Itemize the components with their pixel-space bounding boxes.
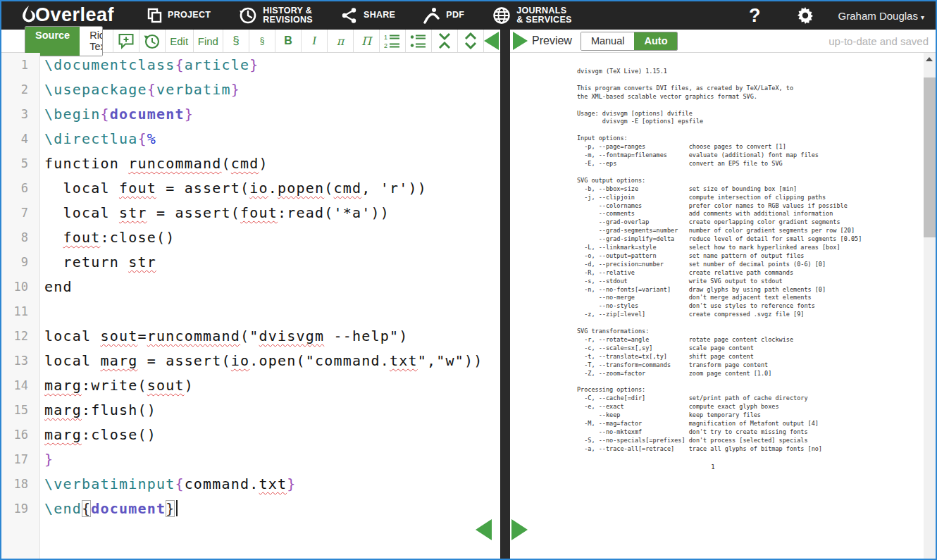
- bottom-expand-preview-triangle[interactable]: [511, 519, 528, 540]
- line-number: 3: [1, 102, 40, 127]
- overleaf-logo[interactable]: Overleaf: [1, 4, 132, 27]
- line-number: 5: [1, 151, 40, 176]
- settings-gear-icon[interactable]: [782, 6, 829, 25]
- pdf-page: dvisvgm (TeX Live) 1.15.1 This program c…: [510, 53, 924, 559]
- svg-text:1: 1: [384, 34, 387, 41]
- bullet-list-icon: [410, 33, 427, 49]
- preview-toolbar: Preview Manual Auto up-to-date and saved: [510, 30, 936, 53]
- line-number: 10: [1, 275, 40, 299]
- help-button[interactable]: ?: [733, 5, 776, 27]
- add-comment-button[interactable]: [113, 30, 139, 52]
- edit-menu-button[interactable]: Edit: [165, 30, 193, 52]
- code-line[interactable]: 19\end{document}: [1, 497, 500, 521]
- pdf-page-number: 1: [577, 463, 849, 471]
- editor-pane: Source Rich Text Edit Find § § B I π Π: [1, 30, 500, 559]
- italic-button[interactable]: I: [301, 30, 327, 52]
- nav-journals-services[interactable]: JOURNALS& SERVICES: [492, 6, 572, 25]
- line-number: 11: [1, 299, 40, 324]
- code-line[interactable]: 2\usepackage{verbatim}: [1, 77, 500, 102]
- bullet-list-button[interactable]: [405, 30, 431, 52]
- line-number: 7: [1, 201, 40, 225]
- collapse-editor-triangle[interactable]: [484, 32, 499, 50]
- numbered-list-icon: 12: [384, 33, 401, 49]
- clock-history-icon: [143, 32, 161, 50]
- bottom-collapse-editor-triangle[interactable]: [476, 519, 492, 540]
- auto-compile-button[interactable]: Auto: [634, 32, 677, 50]
- line-number: 6: [1, 176, 40, 201]
- code-line[interactable]: 17}: [1, 447, 500, 472]
- code-line[interactable]: 9 return str: [1, 250, 500, 275]
- pdf-text: dvisvgm (TeX Live) 1.15.1 This program c…: [577, 68, 862, 454]
- user-menu[interactable]: Graham Douglas▾: [834, 10, 924, 22]
- nav-share-label: SHARE: [364, 11, 395, 20]
- copy-icon: [147, 8, 162, 23]
- line-number: 16: [1, 423, 40, 447]
- code-line[interactable]: 13local marg = assert(io.open("command.t…: [1, 349, 500, 373]
- line-number: 14: [1, 373, 40, 398]
- code-line[interactable]: 7 local str = assert(fout:read('*a')): [1, 201, 500, 225]
- editor-toolbar: Source Rich Text Edit Find § § B I π Π: [1, 30, 500, 53]
- find-button[interactable]: Find: [193, 30, 223, 52]
- inline-math-button[interactable]: π: [327, 30, 353, 52]
- code-line[interactable]: 15marg:flush(): [1, 398, 500, 423]
- code-line[interactable]: 8 fout:close(): [1, 225, 500, 250]
- track-changes-button[interactable]: [139, 30, 165, 52]
- expand-icon: [463, 32, 478, 49]
- nav-project[interactable]: PROJECT: [147, 8, 211, 23]
- line-number: 4: [1, 127, 40, 151]
- preview-pane: Preview Manual Auto up-to-date and saved…: [510, 30, 936, 559]
- code-line[interactable]: 1\documentclass{article}: [1, 53, 500, 77]
- top-navbar: Overleaf PROJECT HISTORY &REVISIONS SHAR…: [1, 1, 936, 30]
- numbered-list-button[interactable]: 12: [379, 30, 405, 52]
- code-line[interactable]: 4\directlua{%: [1, 127, 500, 151]
- code-line[interactable]: 10end: [1, 275, 500, 299]
- display-math-button[interactable]: Π: [353, 30, 379, 52]
- rich-text-mode-button[interactable]: Rich Text: [80, 27, 102, 56]
- preview-label: Preview: [532, 35, 572, 47]
- source-mode-button[interactable]: Source: [25, 27, 80, 56]
- pane-divider[interactable]: [500, 30, 510, 559]
- share-icon: [341, 7, 358, 24]
- unfold-section-button[interactable]: [457, 30, 483, 52]
- line-number: 8: [1, 225, 40, 250]
- bold-button[interactable]: B: [275, 30, 301, 52]
- user-name: Graham Douglas: [838, 10, 918, 22]
- line-number: 13: [1, 349, 40, 373]
- nav-history-label: HISTORY &REVISIONS: [263, 6, 313, 25]
- line-number: 15: [1, 398, 40, 423]
- code-line[interactable]: 14marg:write(sout): [1, 373, 500, 398]
- pdf-scrollbar[interactable]: [924, 53, 936, 559]
- code-line[interactable]: 3\begin{document}: [1, 102, 500, 127]
- overleaf-logo-text: Overleaf: [35, 4, 114, 26]
- code-line[interactable]: 12local sout=runcommand("dvisvgm --help"…: [1, 324, 500, 349]
- code-line[interactable]: 5function runcommand(cmd): [1, 151, 500, 176]
- line-number: 19: [1, 497, 40, 521]
- overleaf-leaf-icon: [21, 5, 37, 23]
- history-icon: [239, 6, 257, 25]
- fold-section-button[interactable]: [431, 30, 457, 52]
- pdf-acrobat-icon: [423, 7, 440, 24]
- collapse-icon: [437, 32, 452, 49]
- code-line[interactable]: 18\verbatiminput{command.txt}: [1, 472, 500, 497]
- nav-project-label: PROJECT: [168, 11, 211, 20]
- code-line[interactable]: 6 local fout = assert(io.popen(cmd, 'r')…: [1, 176, 500, 201]
- code-line[interactable]: 11: [1, 299, 500, 324]
- globe-icon: [492, 6, 511, 25]
- nav-history-revisions[interactable]: HISTORY &REVISIONS: [239, 6, 313, 25]
- scroll-up-arrow-icon[interactable]: [926, 57, 933, 61]
- section-button[interactable]: §: [223, 30, 249, 52]
- chevron-down-icon: ▾: [921, 13, 924, 21]
- code-editor[interactable]: 1\documentclass{article}2\usepackage{ver…: [1, 53, 500, 559]
- subsection-button[interactable]: §: [249, 30, 275, 52]
- expand-preview-triangle[interactable]: [513, 32, 528, 50]
- nav-pdf[interactable]: PDF: [423, 7, 464, 24]
- line-number: 18: [1, 472, 40, 497]
- pdf-scrollbar-thumb[interactable]: [924, 77, 936, 237]
- line-number: 12: [1, 324, 40, 349]
- code-line[interactable]: 16marg:close(): [1, 423, 500, 447]
- line-number: 17: [1, 447, 40, 472]
- save-status: up-to-date and saved: [829, 35, 929, 47]
- manual-compile-button[interactable]: Manual: [581, 32, 635, 50]
- line-number: 1: [1, 53, 40, 77]
- nav-share[interactable]: SHARE: [341, 7, 395, 24]
